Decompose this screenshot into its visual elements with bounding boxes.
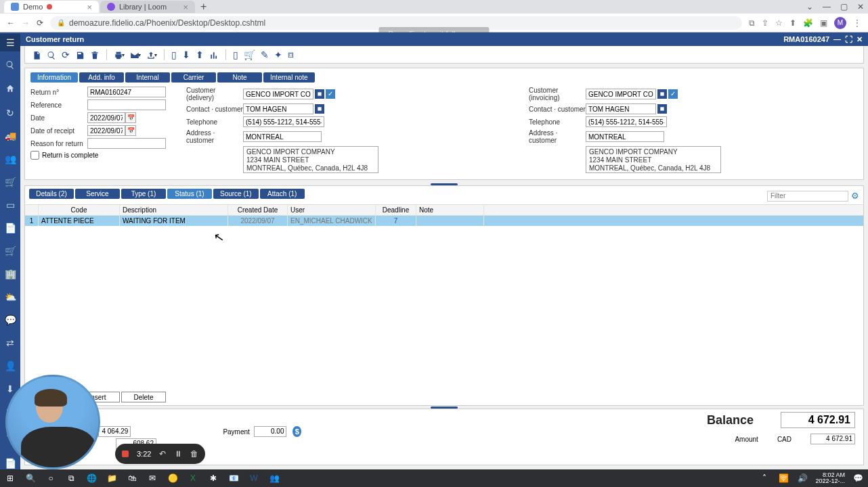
clipboard-icon[interactable]: ▯ (170, 49, 178, 60)
mail-icon[interactable]: ▾ (129, 49, 142, 60)
grid-filter-input[interactable] (767, 191, 848, 202)
sidebar-chat-icon[interactable]: 💬 (0, 311, 20, 329)
excel-icon[interactable]: X (187, 472, 199, 484)
tab-information[interactable]: Information (30, 72, 78, 83)
edge-icon[interactable]: 🌐 (85, 472, 97, 484)
start-icon[interactable]: ⊞ (4, 472, 16, 484)
chevron-up-icon[interactable]: ˄ (758, 472, 771, 484)
loom-webcam-bubble[interactable] (5, 375, 100, 469)
print-icon[interactable]: ▾ (112, 49, 126, 60)
tab-internal[interactable]: Internal (125, 72, 170, 83)
tab-add-info[interactable]: Add. info (79, 72, 124, 83)
cust-delivery-input[interactable] (243, 89, 313, 99)
translate-icon[interactable]: ⧉ (749, 18, 755, 28)
tel-i-input[interactable] (586, 116, 667, 127)
extensions-icon[interactable]: 🧩 (803, 18, 813, 28)
word-icon[interactable]: W (248, 472, 260, 484)
minimize-icon[interactable]: — (823, 2, 831, 11)
sidebar-truck-icon[interactable]: 🚚 (0, 127, 20, 145)
chrome-icon[interactable]: 🟡 (167, 472, 179, 484)
browser-tab-loom[interactable]: Library | Loom × (100, 1, 195, 13)
download-icon[interactable]: ⬇ (181, 49, 192, 60)
sidebar-search-icon[interactable] (0, 57, 20, 75)
export-icon[interactable]: ▾ (145, 49, 158, 60)
chevron-down-icon[interactable]: ⌄ (806, 2, 813, 11)
tab-close-icon[interactable]: × (87, 2, 92, 12)
wifi-icon[interactable]: 🛜 (777, 472, 789, 484)
sidebar-person-icon[interactable]: 👤 (0, 357, 20, 375)
sidebar-cloud-icon[interactable]: ⛅ (0, 288, 20, 306)
loom-task-icon[interactable]: ✱ (207, 472, 219, 484)
payment-action-icon[interactable]: $ (292, 426, 301, 437)
store-icon[interactable]: 🛍 (126, 472, 138, 484)
minimize-window-icon[interactable]: — (833, 35, 841, 43)
date-receipt-input[interactable] (87, 125, 125, 136)
tab-service[interactable]: Service (75, 189, 120, 199)
taskview-icon[interactable]: ⧉ (65, 472, 77, 484)
col-deadline[interactable]: Deadline (376, 205, 416, 215)
sidebar-doc-icon[interactable]: 📄 (0, 219, 20, 237)
search-task-icon[interactable]: 🔍 (24, 472, 37, 484)
col-note[interactable]: Note (416, 205, 484, 215)
lookup-icon[interactable] (657, 104, 667, 114)
col-user[interactable]: User (288, 205, 376, 215)
panel-icon[interactable]: ▣ (820, 18, 827, 28)
clock[interactable]: 8:02 AM 2022-12-... (815, 472, 845, 484)
lookup-icon[interactable] (315, 89, 324, 99)
record-dot-icon[interactable] (122, 450, 129, 457)
sidebar-cart-icon[interactable]: 🛒 (0, 173, 20, 191)
contact-d-input[interactable] (243, 103, 313, 114)
save-icon[interactable] (74, 49, 86, 60)
maximize-icon[interactable]: ▢ (840, 2, 848, 11)
new-tab-button[interactable]: + (200, 1, 207, 13)
undo-icon[interactable]: ↶ (159, 449, 166, 459)
tel-d-input[interactable] (243, 116, 324, 127)
sidebar-cart2-icon[interactable]: 🛒 (0, 242, 20, 260)
sidebar-loop-icon[interactable]: ↻ (0, 104, 20, 122)
mail-task-icon[interactable]: ✉ (146, 472, 158, 484)
explorer-icon[interactable]: 📁 (106, 472, 118, 484)
teams-icon[interactable]: 👥 (268, 472, 280, 484)
tab-status[interactable]: Status (1) (167, 189, 212, 199)
profile-avatar[interactable]: M (834, 17, 846, 29)
reference-input[interactable] (87, 99, 166, 110)
calendar-icon[interactable]: 📅 (125, 125, 136, 136)
cust-invoicing-input[interactable] (586, 89, 656, 99)
volume-icon[interactable]: 🔊 (796, 472, 808, 484)
tab-internal-note[interactable]: Internal note (263, 72, 315, 83)
addr-d-input[interactable] (243, 131, 322, 142)
check-icon[interactable]: ✓ (326, 89, 335, 99)
maximize-window-icon[interactable]: ⛶ (845, 35, 852, 43)
table-row[interactable]: 1 ATTENTE PIECE WAITING FOR ITEM 2022/09… (25, 216, 863, 226)
chart-icon[interactable] (208, 49, 220, 60)
browser-tab-active[interactable]: Demo × (4, 1, 99, 13)
delete-icon[interactable] (89, 49, 101, 60)
sidebar-card-icon[interactable]: ▭ (0, 196, 20, 214)
new-icon[interactable] (30, 49, 43, 60)
return-no-input[interactable] (87, 87, 166, 97)
grid-settings-icon[interactable]: ⚙ (851, 191, 859, 201)
contact-i-input[interactable] (586, 103, 656, 114)
nav-back-icon[interactable]: ← (7, 18, 15, 28)
calendar-icon[interactable]: 📅 (125, 112, 136, 123)
tab-source[interactable]: Source (1) (213, 189, 259, 199)
tab-close-icon[interactable]: × (183, 2, 188, 12)
reload-icon[interactable]: ⟳ (37, 18, 43, 28)
lookup-icon[interactable] (315, 104, 324, 114)
file-down-icon[interactable]: ▯ (232, 49, 240, 60)
addr-i-input[interactable] (586, 131, 664, 142)
date-input[interactable] (87, 112, 125, 123)
tab-type[interactable]: Type (1) (121, 189, 166, 199)
search-icon[interactable] (45, 49, 58, 60)
trash-icon[interactable]: 🗑 (190, 449, 198, 459)
lookup-icon[interactable] (657, 89, 667, 99)
share-icon[interactable]: ⇪ (762, 18, 768, 28)
sidebar-home-icon[interactable] (0, 80, 20, 99)
sidebar-building-icon[interactable]: 🏢 (0, 265, 20, 283)
reason-input[interactable] (87, 138, 166, 149)
return-complete-checkbox[interactable] (30, 151, 39, 160)
sidebar-menu-icon[interactable]: ☰ (0, 34, 20, 51)
tab-details[interactable]: Details (2) (29, 189, 74, 199)
notifications-icon[interactable]: 💬 (852, 472, 864, 484)
close-window-icon[interactable]: ✕ (856, 35, 863, 44)
